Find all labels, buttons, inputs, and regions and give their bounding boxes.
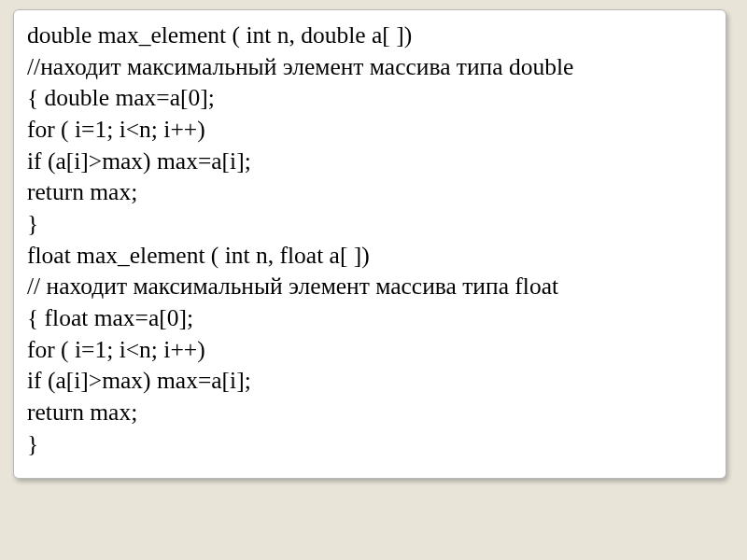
code-line: return max;: [27, 176, 712, 208]
code-line: double max_element ( int n, double a[ ]): [27, 20, 712, 51]
slide-container: double max_element ( int n, double a[ ])…: [13, 9, 726, 479]
code-line: // находит максимальный элемент массива …: [27, 271, 712, 302]
code-line: { float max=a[0];: [27, 302, 712, 334]
code-line: }: [27, 208, 712, 240]
code-line: float max_element ( int n, float a[ ]): [27, 240, 712, 272]
code-line: }: [27, 428, 712, 460]
code-line: if (a[i]>max) max=a[i];: [27, 146, 712, 177]
code-line: for ( i=1; i<n; i++): [27, 114, 712, 146]
code-line: return max;: [27, 397, 712, 428]
code-line: //находит максимальный элемент массива т…: [27, 51, 712, 83]
code-panel: double max_element ( int n, double a[ ])…: [13, 9, 726, 479]
code-line: for ( i=1; i<n; i++): [27, 334, 712, 366]
code-line: { double max=a[0];: [27, 82, 712, 114]
code-line: if (a[i]>max) max=a[i];: [27, 365, 712, 397]
